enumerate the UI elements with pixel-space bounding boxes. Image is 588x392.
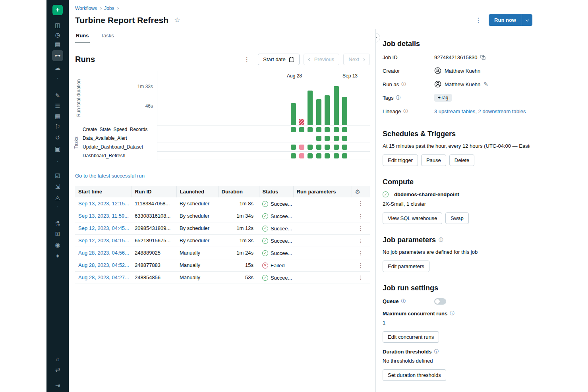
task-run-cell-success[interactable] (291, 145, 296, 150)
task-run-cell-success[interactable] (342, 153, 347, 158)
run-row[interactable]: Aug 28, 2023, 04:27...248854856Manually5… (75, 271, 370, 284)
task-run-cell-success[interactable] (291, 127, 296, 132)
info-icon[interactable]: ⓘ (450, 310, 455, 317)
col-status[interactable]: Status (259, 186, 293, 197)
copy-job-id-button[interactable] (480, 55, 485, 60)
info-icon[interactable]: ⓘ (401, 81, 406, 88)
edit-parameters-button[interactable]: Edit parameters (383, 261, 429, 272)
run-start-time-link[interactable]: Sep 12, 2023, 04:15... (78, 238, 129, 243)
row-kebab-menu[interactable]: ⋮ (356, 250, 365, 256)
edit-run-as-pencil-icon[interactable]: ✎ (484, 81, 488, 87)
catalog-icon[interactable]: ▤ (52, 39, 63, 50)
tab-runs[interactable]: Runs (75, 29, 90, 43)
task-run-cell-success[interactable] (308, 153, 313, 158)
new-button[interactable]: + (52, 5, 63, 15)
col-run-parameters[interactable]: Run parameters (293, 186, 352, 197)
row-kebab-menu[interactable]: ⋮ (356, 262, 365, 268)
models-icon[interactable]: ◉ (52, 239, 63, 251)
marketplace-icon[interactable]: ⌂ (52, 353, 63, 364)
row-kebab-menu[interactable]: ⋮ (356, 238, 365, 244)
info-icon[interactable]: ⓘ (439, 237, 443, 243)
col-launched[interactable]: Launched (176, 186, 218, 197)
serving-icon[interactable]: ✦ (52, 251, 63, 262)
col-duration[interactable]: Duration (218, 186, 259, 197)
task-run-cell-success[interactable] (334, 127, 339, 132)
task-run-cell-success[interactable] (334, 153, 339, 158)
delete-button[interactable]: Delete (449, 154, 475, 166)
favorite-star-icon[interactable]: ☆ (174, 16, 180, 24)
run-duration-bar[interactable] (316, 99, 321, 125)
set-duration-thresholds-button[interactable]: Set duration thresholds (383, 369, 446, 381)
row-kebab-menu[interactable]: ⋮ (356, 225, 365, 232)
run-row[interactable]: Sep 13, 2023, 12:15...11183847058...By s… (75, 197, 370, 210)
task-run-cell-failed[interactable] (299, 153, 304, 158)
run-start-time-link[interactable]: Sep 13, 2023, 12:15... (78, 201, 129, 207)
run-now-button[interactable]: Run now (489, 14, 522, 26)
next-button[interactable]: Next (343, 54, 370, 65)
row-kebab-menu[interactable]: ⋮ (356, 200, 365, 207)
query-history-icon[interactable]: ↺ (52, 132, 63, 143)
task-run-cell-success[interactable] (342, 127, 347, 132)
swap-button[interactable]: Swap (445, 212, 469, 224)
add-tag-button[interactable]: +Tag (434, 94, 452, 102)
run-start-time-link[interactable]: Aug 28, 2023, 04:52... (78, 262, 129, 268)
info-icon[interactable]: ⓘ (401, 298, 406, 305)
info-icon[interactable]: ⓘ (403, 108, 408, 115)
run-duration-bar[interactable] (299, 119, 304, 125)
alerts-icon[interactable]: ⚐ (52, 121, 63, 132)
pause-button[interactable]: Pause (421, 154, 446, 166)
col-start-time[interactable]: Start time (75, 186, 132, 197)
task-run-cell-success[interactable] (308, 127, 313, 132)
dashboards-icon[interactable]: ▦ (52, 111, 63, 122)
task-run-cell-success[interactable] (334, 136, 339, 141)
run-duration-bar[interactable] (342, 97, 347, 125)
lineage-link[interactable]: 3 upstream tables, 2 downstream tables (434, 108, 526, 114)
info-icon[interactable]: ⓘ (434, 348, 439, 355)
sql-editor-icon[interactable]: ✎ (52, 90, 63, 101)
task-run-cell-success[interactable] (342, 145, 347, 150)
row-kebab-menu[interactable]: ⋮ (356, 274, 365, 281)
run-duration-bar[interactable] (334, 86, 339, 125)
run-row[interactable]: Sep 12, 2023, 04:45...20985431809...By s… (75, 222, 370, 234)
task-run-cell-success[interactable] (308, 145, 313, 150)
latest-successful-run-link[interactable]: Go to the latest successful run (75, 173, 145, 179)
task-run-cell-success[interactable] (291, 153, 296, 158)
run-duration-bar[interactable] (308, 91, 313, 125)
feature-store-icon[interactable]: ⊞ (52, 228, 63, 239)
workflows-icon[interactable]: ⊶ (52, 50, 63, 61)
queries-icon[interactable]: ☰ (52, 100, 63, 112)
run-row[interactable]: Aug 28, 2023, 04:52...248877883Manually1… (75, 259, 370, 271)
collapse-panel-button[interactable] (375, 33, 380, 42)
run-row[interactable]: Sep 13, 2023, 11:59...63308316108...By s… (75, 210, 370, 222)
breadcrumb-workflows[interactable]: Workflows (75, 6, 97, 11)
run-row[interactable]: Sep 12, 2023, 04:15...65218915675...By s… (75, 234, 370, 247)
task-run-cell-success[interactable] (325, 145, 330, 150)
task-run-cell-success[interactable] (316, 136, 321, 141)
previous-button[interactable]: Previous (304, 54, 340, 65)
compute-icon[interactable]: ☁ (52, 62, 63, 73)
run-duration-bar[interactable] (291, 103, 296, 125)
row-kebab-menu[interactable]: ⋮ (356, 213, 365, 219)
edit-concurrent-runs-button[interactable]: Edit concurrent runs (383, 331, 439, 343)
info-icon[interactable]: ⓘ (396, 95, 400, 101)
task-run-cell-success[interactable] (325, 153, 330, 158)
task-run-cell-success[interactable] (325, 136, 330, 141)
task-run-cell-success[interactable] (316, 127, 321, 132)
sql-warehouses-icon[interactable]: ▣ (52, 143, 63, 154)
task-run-cell-success[interactable] (299, 127, 304, 132)
edit-trigger-button[interactable]: Edit trigger (383, 154, 418, 166)
pipelines-icon[interactable]: ◬ (52, 192, 63, 203)
col-run-id[interactable]: Run ID (132, 186, 176, 197)
queue-toggle[interactable] (434, 298, 446, 305)
breadcrumb-jobs[interactable]: Jobs (104, 6, 114, 11)
partner-connect-icon[interactable]: ⇄ (52, 364, 63, 375)
run-duration-bar[interactable] (325, 95, 330, 125)
experiments-icon[interactable]: ⚗ (52, 218, 63, 229)
data-ingestion-icon[interactable]: ⇲ (52, 181, 63, 192)
task-run-cell-failed[interactable] (299, 145, 304, 150)
run-start-time-link[interactable]: Aug 28, 2023, 04:56... (78, 250, 129, 256)
run-now-dropdown[interactable] (522, 14, 532, 26)
task-run-cell-success[interactable] (334, 145, 339, 150)
table-settings-gear-icon[interactable]: ⚙ (355, 188, 360, 195)
task-run-cell-success[interactable] (342, 136, 347, 141)
